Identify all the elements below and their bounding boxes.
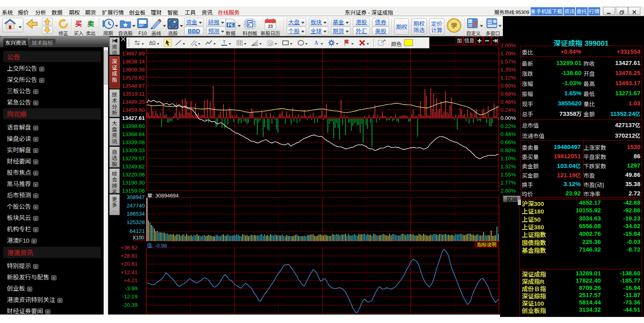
svg-text:1.55%: 1.55% (500, 172, 516, 178)
svg-text:2.00%: 2.00% (500, 188, 516, 194)
svg-text:0.44%: 0.44% (500, 131, 516, 137)
svg-text:1.12%: 1.12% (500, 75, 516, 81)
svg-text:2.00%: 2.00% (500, 42, 516, 48)
svg-text:13309.33: 13309.33 (122, 147, 145, 153)
svg-text:13159.06: 13159.06 (122, 188, 145, 194)
svg-text:AG: AG (149, 40, 156, 45)
svg-text:1.35%: 1.35% (500, 67, 516, 73)
svg-text:13519.11: 13519.11 (123, 91, 145, 97)
svg-text:13548.87: 13548.87 (122, 83, 145, 89)
svg-text:X100: X100 (133, 235, 144, 241)
svg-text:0.90%: 0.90% (500, 83, 516, 89)
svg-text:0.24%: 0.24% (500, 107, 516, 113)
svg-text:0.46%: 0.46% (500, 99, 516, 105)
svg-text:13459.60: 13459.60 (122, 107, 145, 113)
svg-text:13339.08: 13339.08 (122, 139, 145, 145)
svg-text:+28.81: +28.81 (121, 253, 138, 259)
svg-text:+4.21: +4.21 (124, 277, 138, 283)
svg-text:A: A (314, 40, 319, 46)
svg-text:125328: 125328 (127, 219, 145, 225)
svg-text:0.00%: 0.00% (500, 115, 516, 121)
svg-text:学: 学 (451, 21, 457, 29)
svg-text:1.57%: 1.57% (500, 59, 516, 65)
svg-text:1.32%: 1.32% (500, 164, 516, 170)
svg-text:13190.30: 13190.30 (122, 180, 145, 186)
svg-text:+36.62: +36.62 (121, 245, 138, 251)
svg-text:+12.41: +12.41 (121, 269, 138, 275)
svg-text:23: 23 (268, 24, 273, 29)
svg-text:-12.19: -12.19 (122, 294, 138, 300)
svg-text:13608.38: 13608.38 (122, 67, 145, 73)
svg-text:-20.39: -20.39 (122, 302, 138, 308)
svg-text:13220.06: 13220.06 (122, 172, 145, 178)
svg-text:13667.89: 13667.89 (122, 50, 145, 57)
svg-text:+20.61: +20.61 (121, 261, 138, 267)
svg-text:247740: 247740 (127, 203, 145, 209)
svg-text:13279.57: 13279.57 (122, 155, 145, 162)
svg-text:13489.35: 13489.35 (122, 99, 145, 105)
svg-text:1.77%: 1.77% (500, 180, 516, 186)
svg-text:13427.61: 13427.61 (122, 115, 145, 121)
svg-text:1.79%: 1.79% (500, 50, 516, 57)
svg-text:0.22%: 0.22% (500, 123, 516, 129)
svg-text:13368.84: 13368.84 (122, 131, 145, 137)
svg-text:-3.99: -3.99 (125, 285, 138, 292)
svg-text:13398.60: 13398.60 (122, 123, 145, 129)
svg-text:1.10%: 1.10% (500, 155, 516, 162)
svg-text:0.68%: 0.68% (500, 91, 516, 97)
svg-text:13249.82: 13249.82 (122, 164, 145, 170)
svg-text:308947: 308947 (127, 194, 145, 200)
svg-text:186534: 186534 (127, 211, 145, 217)
svg-text:64121: 64121 (129, 228, 145, 234)
svg-text:T: T (223, 40, 225, 44)
svg-text:0.88%: 0.88% (500, 147, 516, 153)
svg-text:13578.62: 13578.62 (122, 75, 145, 81)
svg-text:13638.14: 13638.14 (122, 59, 145, 65)
svg-text:0.66%: 0.66% (500, 139, 516, 145)
svg-text:PE: PE (228, 23, 234, 27)
